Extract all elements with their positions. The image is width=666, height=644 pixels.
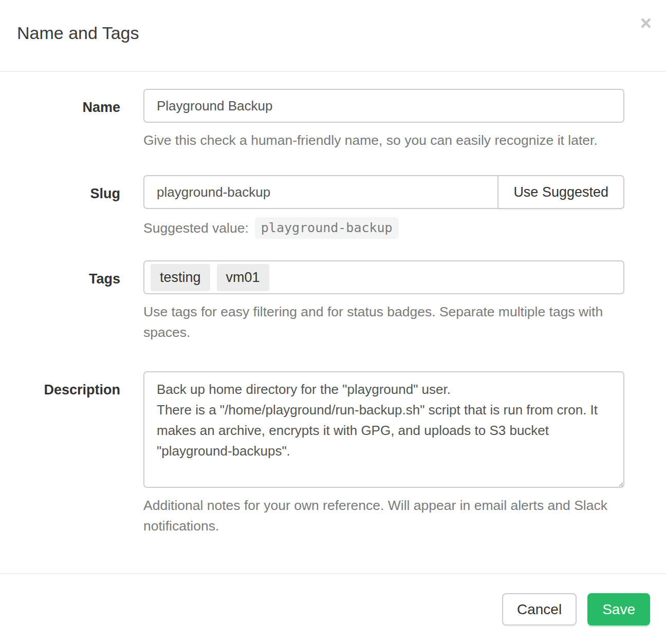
description-help-text: Additional notes for your own reference.… bbox=[143, 495, 624, 536]
tag-pill[interactable]: testing bbox=[151, 264, 210, 291]
slug-input-group: Use Suggested bbox=[143, 175, 624, 209]
name-row: Name Give this check a human-friendly na… bbox=[0, 89, 624, 150]
name-help-text: Give this check a human-friendly name, s… bbox=[143, 130, 624, 150]
tag-pill[interactable]: vm01 bbox=[217, 264, 269, 291]
use-suggested-button[interactable]: Use Suggested bbox=[497, 175, 624, 209]
name-label: Name bbox=[0, 89, 120, 116]
dialog-footer: Cancel Save bbox=[0, 573, 666, 641]
suggested-value-line: Suggested value: playground-backup bbox=[143, 217, 624, 239]
close-icon[interactable]: × bbox=[640, 13, 652, 33]
description-row: Description Back up home directory for t… bbox=[0, 371, 624, 536]
suggested-value-label: Suggested value: bbox=[143, 220, 249, 236]
dialog-body: Name Give this check a human-friendly na… bbox=[0, 72, 666, 573]
tags-input[interactable]: testing vm01 bbox=[143, 260, 624, 294]
save-button[interactable]: Save bbox=[587, 593, 650, 626]
tags-label: Tags bbox=[0, 260, 120, 287]
cancel-button[interactable]: Cancel bbox=[502, 593, 577, 626]
description-label: Description bbox=[0, 371, 120, 398]
name-input[interactable] bbox=[143, 89, 624, 123]
slug-row: Slug Use Suggested Suggested value: play… bbox=[0, 175, 624, 239]
slug-input[interactable] bbox=[143, 175, 498, 209]
suggested-value-code: playground-backup bbox=[255, 217, 399, 239]
description-textarea[interactable]: Back up home directory for the "playgrou… bbox=[143, 371, 624, 488]
tags-row: Tags testing vm01 Use tags for easy filt… bbox=[0, 260, 624, 343]
dialog-title: Name and Tags bbox=[17, 24, 649, 43]
tags-help-text: Use tags for easy filtering and for stat… bbox=[143, 301, 624, 343]
dialog-header: Name and Tags × bbox=[0, 0, 666, 72]
slug-label: Slug bbox=[0, 175, 120, 202]
name-and-tags-dialog: Name and Tags × Name Give this check a h… bbox=[0, 0, 666, 641]
